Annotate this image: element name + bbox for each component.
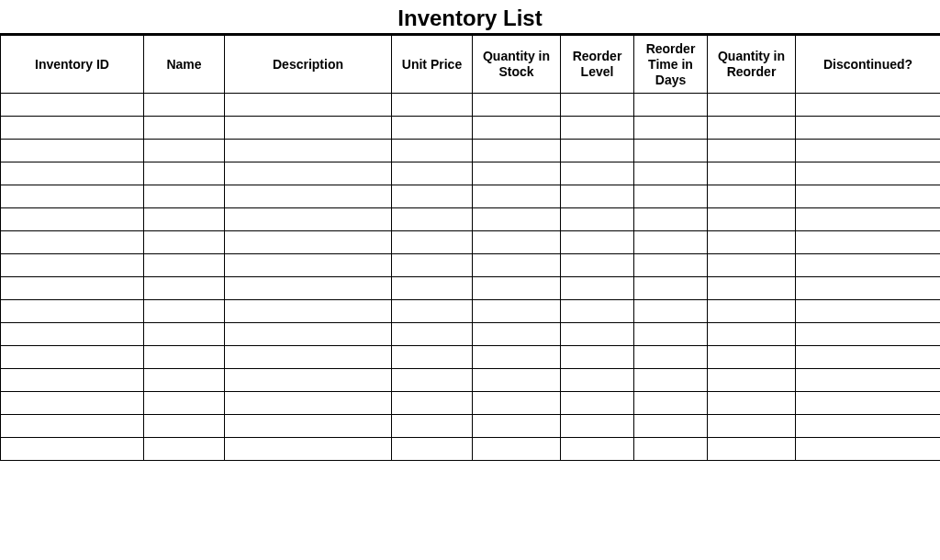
table-cell[interactable]	[225, 162, 392, 185]
table-cell[interactable]	[796, 231, 941, 254]
table-cell[interactable]	[225, 277, 392, 300]
table-cell[interactable]	[561, 323, 634, 346]
table-cell[interactable]	[392, 346, 473, 369]
table-cell[interactable]	[634, 94, 708, 117]
table-cell[interactable]	[144, 162, 225, 185]
table-cell[interactable]	[473, 162, 561, 185]
table-cell[interactable]	[144, 346, 225, 369]
table-cell[interactable]	[225, 300, 392, 323]
table-cell[interactable]	[392, 185, 473, 208]
table-cell[interactable]	[796, 254, 941, 277]
table-cell[interactable]	[144, 185, 225, 208]
table-cell[interactable]	[392, 140, 473, 162]
table-cell[interactable]	[144, 140, 225, 162]
table-cell[interactable]	[1, 369, 144, 392]
table-cell[interactable]	[561, 415, 634, 438]
table-cell[interactable]	[392, 323, 473, 346]
table-cell[interactable]	[796, 346, 941, 369]
table-cell[interactable]	[796, 323, 941, 346]
table-cell[interactable]	[634, 346, 708, 369]
table-cell[interactable]	[144, 323, 225, 346]
table-cell[interactable]	[225, 323, 392, 346]
table-cell[interactable]	[708, 277, 796, 300]
table-cell[interactable]	[225, 231, 392, 254]
table-cell[interactable]	[1, 392, 144, 415]
table-cell[interactable]	[561, 231, 634, 254]
table-cell[interactable]	[225, 208, 392, 231]
table-cell[interactable]	[561, 117, 634, 140]
table-cell[interactable]	[634, 254, 708, 277]
table-cell[interactable]	[392, 254, 473, 277]
table-cell[interactable]	[473, 208, 561, 231]
table-cell[interactable]	[1, 208, 144, 231]
table-cell[interactable]	[634, 231, 708, 254]
table-cell[interactable]	[561, 254, 634, 277]
table-cell[interactable]	[708, 140, 796, 162]
table-cell[interactable]	[473, 254, 561, 277]
table-cell[interactable]	[225, 117, 392, 140]
table-cell[interactable]	[796, 415, 941, 438]
table-cell[interactable]	[473, 392, 561, 415]
table-cell[interactable]	[708, 300, 796, 323]
table-cell[interactable]	[225, 415, 392, 438]
table-cell[interactable]	[144, 415, 225, 438]
table-cell[interactable]	[708, 254, 796, 277]
table-cell[interactable]	[1, 277, 144, 300]
table-cell[interactable]	[473, 117, 561, 140]
table-cell[interactable]	[144, 208, 225, 231]
table-cell[interactable]	[473, 369, 561, 392]
table-cell[interactable]	[1, 346, 144, 369]
table-cell[interactable]	[1, 162, 144, 185]
table-cell[interactable]	[1, 117, 144, 140]
table-cell[interactable]	[561, 369, 634, 392]
table-cell[interactable]	[561, 94, 634, 117]
table-cell[interactable]	[634, 162, 708, 185]
table-cell[interactable]	[708, 94, 796, 117]
table-cell[interactable]	[708, 185, 796, 208]
table-cell[interactable]	[561, 162, 634, 185]
table-cell[interactable]	[392, 300, 473, 323]
table-cell[interactable]	[634, 117, 708, 140]
table-cell[interactable]	[144, 277, 225, 300]
table-cell[interactable]	[144, 254, 225, 277]
table-cell[interactable]	[796, 277, 941, 300]
table-cell[interactable]	[1, 415, 144, 438]
table-cell[interactable]	[144, 231, 225, 254]
table-cell[interactable]	[225, 392, 392, 415]
table-cell[interactable]	[796, 300, 941, 323]
table-cell[interactable]	[1, 231, 144, 254]
table-cell[interactable]	[225, 140, 392, 162]
table-cell[interactable]	[392, 415, 473, 438]
table-cell[interactable]	[392, 438, 473, 461]
table-cell[interactable]	[473, 140, 561, 162]
table-cell[interactable]	[392, 208, 473, 231]
table-cell[interactable]	[144, 438, 225, 461]
table-cell[interactable]	[473, 185, 561, 208]
table-cell[interactable]	[1, 94, 144, 117]
table-cell[interactable]	[796, 117, 941, 140]
table-cell[interactable]	[708, 117, 796, 140]
table-cell[interactable]	[144, 94, 225, 117]
table-cell[interactable]	[392, 231, 473, 254]
table-cell[interactable]	[1, 185, 144, 208]
table-cell[interactable]	[634, 323, 708, 346]
table-cell[interactable]	[708, 208, 796, 231]
table-cell[interactable]	[634, 300, 708, 323]
table-cell[interactable]	[561, 208, 634, 231]
table-cell[interactable]	[634, 369, 708, 392]
table-cell[interactable]	[392, 392, 473, 415]
table-cell[interactable]	[225, 254, 392, 277]
table-cell[interactable]	[144, 392, 225, 415]
table-cell[interactable]	[392, 277, 473, 300]
table-cell[interactable]	[796, 94, 941, 117]
table-cell[interactable]	[1, 140, 144, 162]
table-cell[interactable]	[561, 300, 634, 323]
table-cell[interactable]	[634, 392, 708, 415]
table-cell[interactable]	[473, 323, 561, 346]
table-cell[interactable]	[796, 162, 941, 185]
table-cell[interactable]	[796, 185, 941, 208]
table-cell[interactable]	[708, 369, 796, 392]
table-cell[interactable]	[634, 277, 708, 300]
table-cell[interactable]	[392, 94, 473, 117]
table-cell[interactable]	[225, 438, 392, 461]
